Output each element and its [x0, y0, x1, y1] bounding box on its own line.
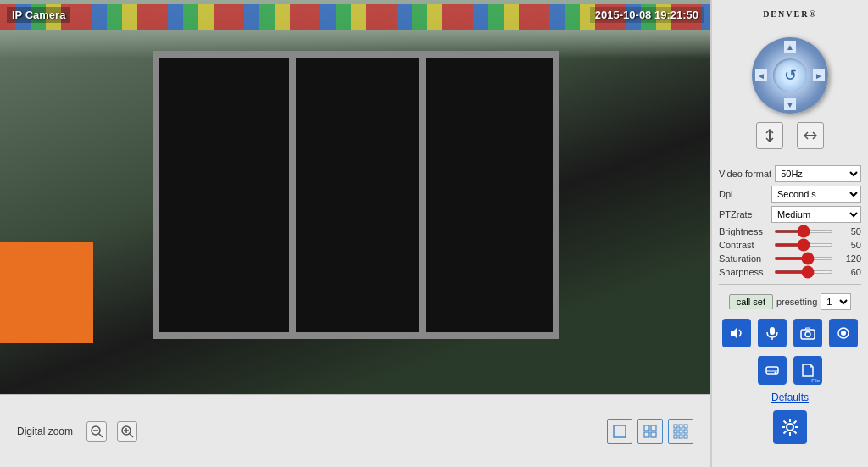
gear-icon: [781, 418, 799, 436]
logo-text: DENVER: [763, 9, 809, 19]
single-view-button[interactable]: [607, 419, 632, 444]
brightness-label: Brightness: [719, 226, 768, 236]
svg-rect-7: [614, 425, 626, 437]
svg-point-27: [805, 332, 810, 337]
svg-rect-20: [684, 435, 687, 438]
ptz-outer-ring[interactable]: ▲ ▼ ◄ ► ↺: [752, 37, 828, 114]
ptz-wheel[interactable]: ▲ ▼ ◄ ► ↺: [752, 37, 828, 114]
svg-rect-24: [770, 327, 775, 335]
svg-line-4: [130, 434, 133, 437]
mic-button[interactable]: [758, 319, 787, 347]
icon-row-1: [722, 319, 858, 347]
presetting-row: call set presetting 1 2 3 4 5: [729, 293, 852, 310]
zoom-out-icon: [90, 425, 103, 438]
vertical-scan-button[interactable]: [756, 122, 783, 149]
video-format-select[interactable]: 50Hz 60Hz: [775, 165, 861, 182]
contrast-label: Contrast: [719, 240, 768, 250]
svg-line-1: [99, 434, 103, 437]
speaker-button[interactable]: [722, 319, 751, 347]
speaker-icon: [729, 325, 744, 341]
nine-view-button[interactable]: [668, 419, 693, 444]
presetting-select[interactable]: 1 2 3 4 5: [821, 293, 851, 310]
saturation-slider[interactable]: [774, 257, 833, 260]
contrast-row: Contrast 50: [719, 240, 861, 250]
svg-marker-33: [803, 364, 813, 376]
zoom-in-button[interactable]: [117, 421, 137, 442]
camera-feed: IP Camera 2015-10-08 19:21:50: [0, 0, 710, 394]
svg-point-29: [841, 331, 846, 336]
zoom-out-button[interactable]: [86, 421, 107, 442]
svg-rect-12: [674, 425, 677, 428]
brand-logo: DENVER®: [763, 7, 817, 29]
svg-rect-13: [679, 425, 682, 428]
presetting-label: presetting: [776, 297, 817, 307]
svg-point-32: [775, 372, 777, 375]
svg-rect-15: [674, 430, 677, 433]
dpi-label: Dpi: [719, 189, 768, 199]
brightness-row: Brightness 50: [719, 226, 861, 236]
camera-button[interactable]: [793, 319, 822, 347]
svg-point-34: [787, 424, 793, 431]
settings-area: Video format 50Hz 60Hz Dpi Second s Minu…: [719, 165, 861, 277]
camera-area: IP Camera 2015-10-08 19:21:50 Digital zo…: [0, 0, 710, 467]
contrast-slider[interactable]: [774, 243, 833, 247]
icon-row-2: File: [758, 356, 822, 385]
defaults-button[interactable]: Defaults: [771, 392, 809, 403]
quad-view-button[interactable]: [637, 419, 663, 444]
single-view-icon: [612, 424, 627, 439]
ptzrate-label: PTZrate: [719, 209, 768, 220]
quad-view-icon: [643, 424, 658, 439]
contrast-value: 50: [839, 240, 861, 250]
file-icon: [800, 363, 815, 378]
saturation-label: Saturation: [719, 253, 768, 264]
record-button[interactable]: [829, 319, 858, 347]
ptz-refresh-icon: ↺: [784, 66, 797, 85]
vh-buttons: [756, 122, 824, 149]
svg-rect-9: [651, 425, 656, 431]
mic-icon: [765, 325, 780, 341]
sharpness-row: Sharpness 60: [719, 267, 861, 277]
digital-zoom-label: Digital zoom: [17, 425, 73, 437]
view-mode-buttons: [607, 419, 693, 444]
video-format-row: Video format 50Hz 60Hz: [719, 165, 861, 182]
logo-trademark: ®: [809, 9, 816, 19]
control-panel: DENVER® ▲ ▼ ◄ ► ↺: [710, 0, 868, 467]
ptzrate-select[interactable]: Slow Medium Fast: [771, 206, 861, 223]
ptz-right-button[interactable]: ►: [813, 69, 825, 81]
ptz-up-button[interactable]: ▲: [784, 41, 796, 53]
horizontal-scan-button[interactable]: [797, 122, 824, 149]
settings-gear-button[interactable]: [773, 410, 807, 444]
svg-rect-8: [644, 425, 649, 431]
brightness-slider[interactable]: [774, 230, 833, 233]
ptz-center-button[interactable]: ↺: [773, 58, 807, 92]
ptz-left-button[interactable]: ◄: [755, 69, 767, 81]
window-frame: [153, 51, 559, 339]
sharpness-value: 60: [839, 267, 861, 277]
saturation-value: 120: [839, 253, 861, 264]
divider-1: [719, 158, 861, 158]
svg-marker-23: [731, 327, 737, 339]
svg-rect-18: [674, 435, 677, 438]
camera-toolbar: Digital zoom: [0, 394, 710, 467]
file-label: File: [811, 378, 820, 383]
ptzrate-row: PTZrate Slow Medium Fast: [719, 206, 861, 223]
nine-view-icon: [673, 424, 688, 439]
record-icon: [836, 325, 851, 341]
svg-line-39: [784, 421, 787, 424]
hdd-button[interactable]: [758, 356, 787, 385]
camera-icon: [800, 325, 815, 341]
svg-rect-11: [651, 432, 656, 437]
sharpness-label: Sharpness: [719, 267, 768, 277]
sharpness-slider[interactable]: [774, 270, 833, 274]
svg-line-42: [784, 431, 787, 434]
zoom-in-icon: [120, 425, 134, 438]
ptz-down-button[interactable]: ▼: [784, 98, 796, 110]
saturation-row: Saturation 120: [719, 253, 861, 264]
dpi-select[interactable]: Second s Minute m Hour h: [771, 186, 861, 203]
camera-label: IP Camera: [7, 7, 70, 23]
svg-rect-19: [679, 435, 682, 438]
file-button[interactable]: File: [793, 356, 822, 385]
svg-rect-10: [644, 432, 649, 437]
vertical-scan-icon: [763, 129, 776, 142]
call-set-button[interactable]: call set: [729, 294, 773, 309]
